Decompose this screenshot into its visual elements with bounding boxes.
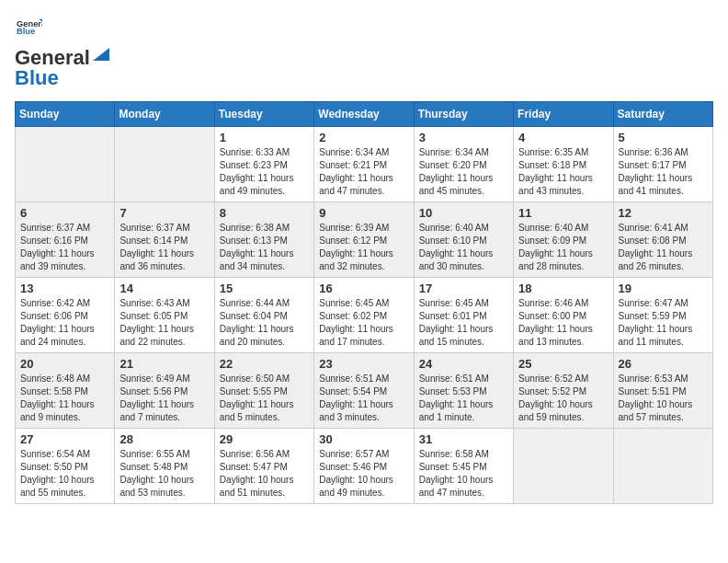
day-detail: Sunrise: 6:56 AM Sunset: 5:47 PM Dayligh… xyxy=(220,448,309,500)
calendar-cell: 31Sunrise: 6:58 AM Sunset: 5:45 PM Dayli… xyxy=(414,429,513,504)
calendar-cell: 10Sunrise: 6:40 AM Sunset: 6:10 PM Dayli… xyxy=(414,202,513,278)
day-number: 17 xyxy=(419,282,508,295)
page-header: General Blue General Blue xyxy=(15,15,713,90)
day-number: 12 xyxy=(619,206,708,220)
weekday-header-sunday: Sunday xyxy=(16,102,115,127)
day-detail: Sunrise: 6:37 AM Sunset: 6:16 PM Dayligh… xyxy=(20,222,109,273)
day-number: 11 xyxy=(518,206,608,220)
calendar-week-1: 1Sunrise: 6:33 AM Sunset: 6:23 PM Daylig… xyxy=(16,127,713,202)
day-detail: Sunrise: 6:40 AM Sunset: 6:09 PM Dayligh… xyxy=(518,222,608,273)
calendar-cell: 20Sunrise: 6:48 AM Sunset: 5:58 PM Dayli… xyxy=(16,353,115,429)
day-detail: Sunrise: 6:53 AM Sunset: 5:51 PM Dayligh… xyxy=(619,373,708,424)
day-number: 30 xyxy=(319,432,408,446)
day-detail: Sunrise: 6:51 AM Sunset: 5:53 PM Dayligh… xyxy=(419,373,508,424)
day-detail: Sunrise: 6:34 AM Sunset: 6:20 PM Dayligh… xyxy=(419,146,508,198)
day-number: 8 xyxy=(220,206,309,220)
day-detail: Sunrise: 6:47 AM Sunset: 5:59 PM Dayligh… xyxy=(619,297,708,349)
weekday-header-monday: Monday xyxy=(115,102,214,127)
day-detail: Sunrise: 6:39 AM Sunset: 6:12 PM Dayligh… xyxy=(319,222,408,273)
day-number: 1 xyxy=(220,131,309,144)
weekday-header-wednesday: Wednesday xyxy=(314,102,414,127)
day-number: 23 xyxy=(319,357,408,371)
day-detail: Sunrise: 6:46 AM Sunset: 6:00 PM Dayligh… xyxy=(518,297,608,349)
day-number: 28 xyxy=(119,432,209,446)
logo-icon: General Blue xyxy=(17,15,42,40)
day-detail: Sunrise: 6:49 AM Sunset: 5:56 PM Dayligh… xyxy=(119,373,209,424)
calendar-week-4: 20Sunrise: 6:48 AM Sunset: 5:58 PM Dayli… xyxy=(16,353,713,429)
calendar-cell: 2Sunrise: 6:34 AM Sunset: 6:21 PM Daylig… xyxy=(314,127,414,202)
logo: General Blue General Blue xyxy=(15,15,112,90)
weekday-header-friday: Friday xyxy=(514,102,613,127)
weekday-header-thursday: Thursday xyxy=(414,102,513,127)
day-number: 4 xyxy=(518,131,608,144)
svg-text:Blue: Blue xyxy=(17,27,35,36)
calendar-cell: 12Sunrise: 6:41 AM Sunset: 6:08 PM Dayli… xyxy=(613,202,712,278)
calendar-cell: 28Sunrise: 6:55 AM Sunset: 5:48 PM Dayli… xyxy=(115,429,214,504)
calendar-cell: 27Sunrise: 6:54 AM Sunset: 5:50 PM Dayli… xyxy=(16,429,115,504)
calendar-cell: 17Sunrise: 6:45 AM Sunset: 6:01 PM Dayli… xyxy=(414,278,513,353)
day-number: 24 xyxy=(419,357,508,371)
day-detail: Sunrise: 6:55 AM Sunset: 5:48 PM Dayligh… xyxy=(119,448,209,500)
calendar-week-2: 6Sunrise: 6:37 AM Sunset: 6:16 PM Daylig… xyxy=(16,202,713,278)
calendar-cell: 25Sunrise: 6:52 AM Sunset: 5:52 PM Dayli… xyxy=(514,353,613,429)
calendar-week-5: 27Sunrise: 6:54 AM Sunset: 5:50 PM Dayli… xyxy=(16,429,713,504)
calendar-cell: 13Sunrise: 6:42 AM Sunset: 6:06 PM Dayli… xyxy=(16,278,115,353)
day-number: 9 xyxy=(319,206,408,220)
calendar-cell: 21Sunrise: 6:49 AM Sunset: 5:56 PM Dayli… xyxy=(115,353,214,429)
day-detail: Sunrise: 6:34 AM Sunset: 6:21 PM Dayligh… xyxy=(319,146,408,198)
calendar-cell xyxy=(613,429,712,504)
day-number: 6 xyxy=(20,206,109,220)
day-number: 5 xyxy=(619,131,708,144)
calendar-cell: 23Sunrise: 6:51 AM Sunset: 5:54 PM Dayli… xyxy=(314,353,414,429)
calendar-cell: 19Sunrise: 6:47 AM Sunset: 5:59 PM Dayli… xyxy=(613,278,712,353)
calendar-cell: 8Sunrise: 6:38 AM Sunset: 6:13 PM Daylig… xyxy=(214,202,313,278)
day-detail: Sunrise: 6:40 AM Sunset: 6:10 PM Dayligh… xyxy=(419,222,508,273)
calendar-cell xyxy=(16,127,115,202)
day-detail: Sunrise: 6:48 AM Sunset: 5:58 PM Dayligh… xyxy=(20,373,109,424)
day-number: 10 xyxy=(419,206,508,220)
day-detail: Sunrise: 6:58 AM Sunset: 5:45 PM Dayligh… xyxy=(419,448,508,500)
calendar-cell: 11Sunrise: 6:40 AM Sunset: 6:09 PM Dayli… xyxy=(514,202,613,278)
calendar-cell: 6Sunrise: 6:37 AM Sunset: 6:16 PM Daylig… xyxy=(16,202,115,278)
calendar-cell: 24Sunrise: 6:51 AM Sunset: 5:53 PM Dayli… xyxy=(414,353,513,429)
weekday-header-saturday: Saturday xyxy=(613,102,712,127)
calendar-cell: 3Sunrise: 6:34 AM Sunset: 6:20 PM Daylig… xyxy=(414,127,513,202)
weekday-header-tuesday: Tuesday xyxy=(214,102,313,127)
day-detail: Sunrise: 6:45 AM Sunset: 6:01 PM Dayligh… xyxy=(419,297,508,349)
calendar-cell: 15Sunrise: 6:44 AM Sunset: 6:04 PM Dayli… xyxy=(214,278,313,353)
day-number: 16 xyxy=(319,282,408,295)
calendar-cell: 16Sunrise: 6:45 AM Sunset: 6:02 PM Dayli… xyxy=(314,278,414,353)
calendar-cell: 18Sunrise: 6:46 AM Sunset: 6:00 PM Dayli… xyxy=(514,278,613,353)
day-detail: Sunrise: 6:33 AM Sunset: 6:23 PM Dayligh… xyxy=(220,146,309,198)
calendar-cell: 29Sunrise: 6:56 AM Sunset: 5:47 PM Dayli… xyxy=(214,429,313,504)
calendar-cell xyxy=(514,429,613,504)
calendar-cell: 30Sunrise: 6:57 AM Sunset: 5:46 PM Dayli… xyxy=(314,429,414,504)
day-number: 27 xyxy=(20,432,109,446)
day-number: 21 xyxy=(119,357,209,371)
day-detail: Sunrise: 6:52 AM Sunset: 5:52 PM Dayligh… xyxy=(518,373,608,424)
day-number: 31 xyxy=(419,432,508,446)
day-number: 18 xyxy=(518,282,608,295)
day-number: 26 xyxy=(619,357,708,371)
calendar-table: SundayMondayTuesdayWednesdayThursdayFrid… xyxy=(15,101,713,504)
calendar-cell xyxy=(115,127,214,202)
day-number: 13 xyxy=(20,282,109,295)
day-number: 7 xyxy=(119,206,209,220)
day-number: 29 xyxy=(220,432,309,446)
day-detail: Sunrise: 6:57 AM Sunset: 5:46 PM Dayligh… xyxy=(319,448,408,500)
day-detail: Sunrise: 6:38 AM Sunset: 6:13 PM Dayligh… xyxy=(220,222,309,273)
day-detail: Sunrise: 6:51 AM Sunset: 5:54 PM Dayligh… xyxy=(319,373,408,424)
calendar-cell: 5Sunrise: 6:36 AM Sunset: 6:17 PM Daylig… xyxy=(613,127,712,202)
day-number: 22 xyxy=(220,357,309,371)
calendar-cell: 7Sunrise: 6:37 AM Sunset: 6:14 PM Daylig… xyxy=(115,202,214,278)
calendar-cell: 1Sunrise: 6:33 AM Sunset: 6:23 PM Daylig… xyxy=(214,127,313,202)
day-detail: Sunrise: 6:42 AM Sunset: 6:06 PM Dayligh… xyxy=(20,297,109,349)
svg-marker-3 xyxy=(93,48,109,61)
day-number: 25 xyxy=(518,357,608,371)
day-detail: Sunrise: 6:43 AM Sunset: 6:05 PM Dayligh… xyxy=(119,297,209,349)
day-detail: Sunrise: 6:50 AM Sunset: 5:55 PM Dayligh… xyxy=(220,373,309,424)
logo-triangle-icon xyxy=(91,44,111,64)
calendar-week-3: 13Sunrise: 6:42 AM Sunset: 6:06 PM Dayli… xyxy=(16,278,713,353)
calendar-cell: 22Sunrise: 6:50 AM Sunset: 5:55 PM Dayli… xyxy=(214,353,313,429)
day-detail: Sunrise: 6:41 AM Sunset: 6:08 PM Dayligh… xyxy=(619,222,708,273)
